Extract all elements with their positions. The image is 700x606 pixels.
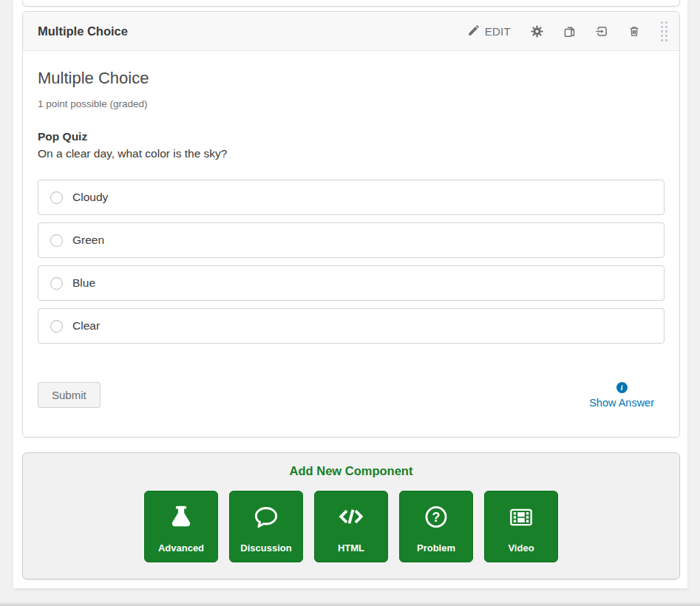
question-title: Pop Quiz bbox=[38, 130, 665, 143]
page-bottom-shadow bbox=[0, 602, 700, 606]
choice-label: Clear bbox=[72, 319, 100, 333]
show-answer-block: i Show Answer bbox=[589, 382, 654, 409]
problem-actions: Submit i Show Answer bbox=[38, 382, 665, 409]
choice-label: Green bbox=[72, 234, 104, 247]
choice-label: Cloudy bbox=[72, 191, 108, 204]
submit-button[interactable]: Submit bbox=[38, 382, 101, 408]
component-toolbar: EDIT bbox=[447, 18, 670, 44]
add-button-label: Problem bbox=[417, 542, 455, 554]
add-advanced-button[interactable]: Advanced bbox=[144, 491, 218, 562]
component-title: Multiple Choice bbox=[38, 24, 128, 38]
move-button[interactable] bbox=[596, 25, 608, 38]
radio-button[interactable] bbox=[50, 320, 63, 333]
edit-button[interactable]: EDIT bbox=[467, 25, 511, 38]
info-icon[interactable]: i bbox=[616, 382, 628, 393]
gear-icon bbox=[531, 25, 543, 38]
move-icon bbox=[596, 25, 608, 38]
trash-icon bbox=[628, 25, 640, 38]
film-icon bbox=[507, 491, 535, 542]
edit-button-label: EDIT bbox=[485, 25, 511, 38]
show-answer-link[interactable]: Show Answer bbox=[589, 397, 654, 409]
add-video-button[interactable]: Video bbox=[484, 491, 558, 562]
drag-handle-icon[interactable] bbox=[659, 18, 669, 44]
choice-row-blue[interactable]: Blue bbox=[38, 265, 665, 301]
add-new-component-title: Add New Component bbox=[23, 464, 679, 478]
discussion-bubble-icon bbox=[252, 491, 280, 542]
delete-button[interactable] bbox=[628, 25, 640, 38]
flask-icon bbox=[167, 491, 195, 542]
pencil-icon bbox=[467, 25, 479, 37]
add-problem-button[interactable]: ? Problem bbox=[399, 491, 473, 562]
code-icon bbox=[337, 491, 365, 542]
add-button-label: Advanced bbox=[158, 542, 204, 554]
add-discussion-button[interactable]: Discussion bbox=[229, 491, 303, 562]
component-type-buttons: Advanced Discussion HT bbox=[23, 491, 679, 562]
add-new-component-panel: Add New Component Advanced Discussion bbox=[22, 452, 680, 579]
multiple-choice-component-card: Multiple Choice EDIT bbox=[22, 11, 680, 438]
radio-button[interactable] bbox=[50, 191, 63, 204]
radio-button[interactable] bbox=[50, 277, 63, 290]
question-text: On a clear day, what color is the sky? bbox=[38, 147, 665, 160]
question-circle-icon: ? bbox=[422, 491, 450, 542]
problem-title: Multiple Choice bbox=[38, 69, 665, 88]
previous-component-edge bbox=[22, 0, 680, 7]
component-header: Multiple Choice EDIT bbox=[23, 12, 679, 51]
svg-text:?: ? bbox=[432, 509, 441, 524]
points-possible-text: 1 point possible (graded) bbox=[38, 98, 665, 109]
add-button-label: HTML bbox=[338, 542, 364, 554]
problem-preview: Multiple Choice 1 point possible (graded… bbox=[23, 51, 679, 437]
add-html-button[interactable]: HTML bbox=[314, 491, 388, 562]
choice-row-clear[interactable]: Clear bbox=[38, 308, 665, 344]
duplicate-button[interactable] bbox=[563, 25, 576, 38]
add-button-label: Discussion bbox=[240, 542, 291, 554]
choice-row-green[interactable]: Green bbox=[38, 222, 665, 258]
duplicate-icon bbox=[563, 25, 576, 38]
choice-label: Blue bbox=[72, 276, 95, 290]
choice-row-cloudy[interactable]: Cloudy bbox=[38, 180, 665, 215]
settings-button[interactable] bbox=[531, 25, 543, 38]
add-button-label: Video bbox=[508, 542, 534, 554]
radio-button[interactable] bbox=[50, 234, 63, 247]
content-column: Multiple Choice EDIT bbox=[13, 0, 687, 588]
